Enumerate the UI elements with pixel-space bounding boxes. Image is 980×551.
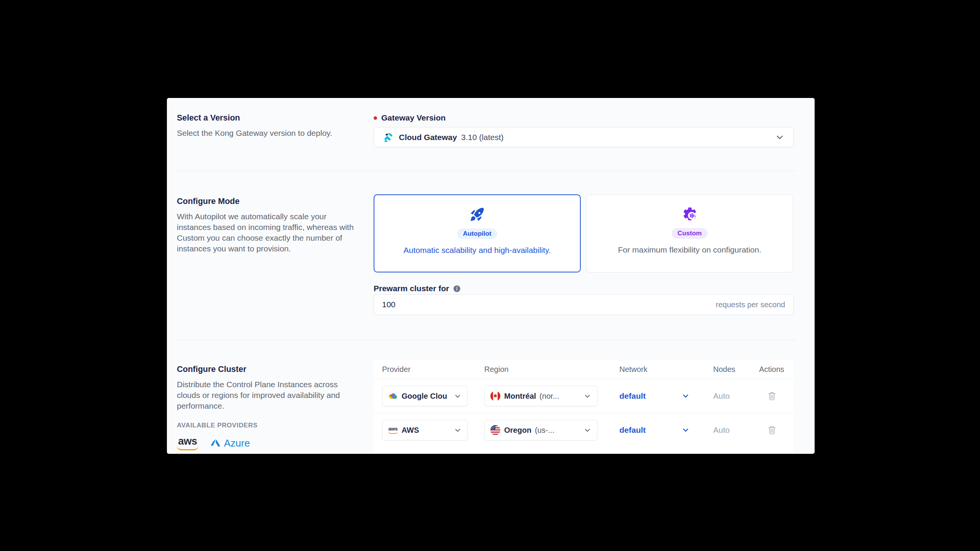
version-section-description: Select the Kong Gateway version to deplo… <box>177 128 360 139</box>
delete-row-button[interactable] <box>767 425 777 435</box>
trash-icon <box>767 425 777 435</box>
azure-logo-icon: Azure <box>210 437 250 449</box>
version-section-title: Select a Version <box>177 112 360 123</box>
gateway-version-number: 3.10 (latest) <box>461 133 504 142</box>
col-region: Region <box>484 365 619 374</box>
chevron-down-icon <box>454 392 462 400</box>
region-select[interactable]: Montréal (nor... <box>484 386 598 406</box>
available-providers-label: AVAILABLE PROVIDERS <box>177 422 360 429</box>
mode-section-intro: Configure Mode With Autopilot we automat… <box>177 196 360 254</box>
network-value: default <box>619 391 646 401</box>
gateway-version-select[interactable]: Cloud Gateway 3.10 (latest) <box>374 127 794 147</box>
mode-card-custom[interactable]: Custom For maximum flexibility on config… <box>586 194 793 272</box>
cluster-table-header: Provider Region Network Nodes Actions <box>374 360 793 379</box>
cluster-section-description: Distribute the Control Plane Instances a… <box>177 379 357 411</box>
custom-description: For maximum flexibility on configuration… <box>618 245 761 254</box>
prewarm-input-wrap: requests per second <box>374 294 794 315</box>
cluster-section-title: Configure Cluster <box>177 364 360 375</box>
prewarm-label-row: Prewarm cluster for <box>374 284 461 293</box>
prewarm-suffix: requests per second <box>716 300 785 309</box>
rocket-icon <box>469 206 485 223</box>
mode-card-autopilot[interactable]: Autopilot Automatic scalability and high… <box>374 194 581 272</box>
autopilot-badge: Autopilot <box>457 228 497 239</box>
nodes-value: Auto <box>713 425 730 434</box>
autopilot-description: Automatic scalability and high-availabil… <box>403 246 551 255</box>
us-flag-icon <box>490 425 500 435</box>
chevron-down-icon <box>775 132 785 142</box>
chevron-down-icon <box>681 392 690 400</box>
nodes-value: Auto <box>713 391 730 400</box>
gateway-version-label-row: Gateway Version <box>374 113 446 122</box>
table-row: aws AWS Oregon (us-... def <box>374 413 793 447</box>
provider-name: AWS <box>402 426 419 435</box>
region-select[interactable]: Oregon (us-... <box>484 420 598 440</box>
network-select[interactable]: default <box>619 425 690 435</box>
provider-select[interactable]: aws AWS <box>382 420 468 440</box>
azure-triangle-icon <box>210 438 221 449</box>
trash-icon <box>767 391 777 401</box>
required-dot-icon <box>374 116 377 120</box>
kong-logo-icon <box>382 132 394 143</box>
cluster-section-intro: Configure Cluster Distribute the Control… <box>177 364 360 450</box>
region-code: (us-... <box>535 426 554 435</box>
region-name: Montréal <box>504 392 536 401</box>
chevron-down-icon <box>583 426 591 434</box>
mode-section-description: With Autopilot we automatically scale yo… <box>177 211 357 254</box>
deployment-config-panel: Select a Version Select the Kong Gateway… <box>167 98 815 454</box>
chevron-down-icon <box>583 392 591 400</box>
region-name: Oregon <box>504 426 531 435</box>
prewarm-input[interactable] <box>382 300 716 309</box>
chevron-down-icon <box>454 426 462 434</box>
table-row: Google Cloud Montréal (nor... default <box>374 379 793 413</box>
available-providers-row: aws Azure <box>177 436 360 450</box>
prewarm-label: Prewarm cluster for <box>374 284 449 293</box>
gear-icon <box>682 205 698 222</box>
gateway-version-name: Cloud Gateway <box>399 133 457 142</box>
custom-badge: Custom <box>672 228 707 239</box>
version-section-intro: Select a Version Select the Kong Gateway… <box>177 112 360 139</box>
network-select[interactable]: default <box>619 391 690 401</box>
delete-row-button[interactable] <box>767 391 777 401</box>
azure-logo-text: Azure <box>224 437 250 449</box>
chevron-down-icon <box>681 426 690 434</box>
mode-section-title: Configure Mode <box>177 196 360 207</box>
gateway-version-label: Gateway Version <box>381 113 446 122</box>
region-code: (nor... <box>539 392 559 401</box>
provider-name: Google Cloud <box>402 392 447 401</box>
section-divider <box>177 340 796 340</box>
network-value: default <box>619 425 646 435</box>
col-nodes: Nodes <box>713 365 759 374</box>
info-icon[interactable] <box>453 285 461 293</box>
google-cloud-icon <box>388 391 398 401</box>
aws-logo-icon: aws <box>177 436 198 450</box>
provider-select[interactable]: Google Cloud <box>382 386 468 406</box>
col-actions: Actions <box>759 365 785 374</box>
col-provider: Provider <box>382 365 484 374</box>
col-network: Network <box>619 365 713 374</box>
aws-icon: aws <box>388 426 398 434</box>
section-divider <box>177 171 796 171</box>
cluster-table: Provider Region Network Nodes Actions Go… <box>374 360 793 454</box>
canada-flag-icon <box>490 391 500 401</box>
